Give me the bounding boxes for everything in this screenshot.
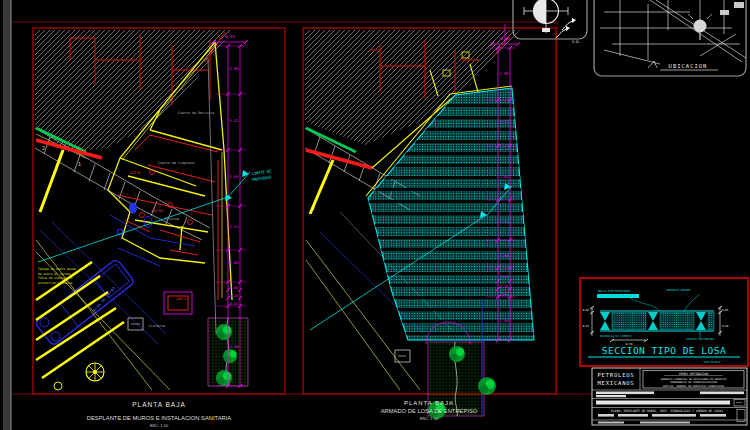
angle-label: 114°1': [176, 297, 188, 301]
location-map-box: UBICACION: [594, 0, 746, 76]
section-annotation: CONCRETO ARMADO: [666, 288, 691, 292]
room-label: Cuarto de Limpieza: [158, 161, 195, 165]
section-scale: SIN ESCALA: [704, 360, 721, 364]
manhole-symbol: [54, 363, 104, 390]
tree: [216, 370, 232, 386]
plano-title: PLANO: DESPLANTE DE MUROS, INST. HIDRAUL…: [611, 409, 723, 413]
dim-label: 1.68: [499, 253, 509, 258]
dim-label: 0.26: [500, 285, 508, 289]
angle-label: 101°51': [151, 209, 165, 213]
slab-section-box: MALLA ELECTROSOLDADA CONCRETO ARMADO 0.0…: [580, 278, 748, 366]
plan-panel-desplante: 2 1 Area de Carga: [33, 28, 285, 394]
dim-label: 2.84: [499, 174, 509, 179]
panel1-hatch-region: [35, 30, 232, 152]
dim-label: 0.26: [230, 294, 238, 298]
room-label: Cuarto de Servicio: [178, 111, 215, 115]
dim-label: 0.34: [230, 302, 238, 306]
dim-label: 0.34: [500, 293, 508, 297]
room-label: Cisterna: [149, 324, 165, 328]
org-name: MEXICANOS: [597, 380, 634, 386]
dept-line: SUPTCIA. GENERAL DE SERVICIOS COMERCIALE…: [663, 385, 725, 388]
panel2-scale: ESC. 1:50: [420, 416, 439, 421]
dim-label: 2.11: [499, 219, 509, 224]
panel2-title: PLANTA BAJA: [404, 400, 454, 406]
section-annotation: MALLA ELECTROSOLDADA: [598, 289, 631, 293]
panel1-subtitle: DESPLANTE DE MUROS E INSTALACION SANITAR…: [87, 415, 232, 421]
drawing-canvas: 2 1 Area de Carga: [0, 0, 750, 430]
limite-label: PROPIEDAD: [252, 175, 272, 182]
dim-label: 2.98: [229, 66, 239, 71]
vigueta-icon: [648, 312, 658, 330]
svg-text:fibra de vidrio con: fibra de vidrio con: [38, 276, 73, 280]
dim-label: 2.11: [229, 224, 239, 229]
street-number: 2: [312, 205, 315, 211]
property-line: [208, 58, 216, 334]
wind-arrows-icon: [556, 20, 574, 38]
dim-label: 0.43: [500, 36, 510, 41]
dim-label: 0.05: [722, 309, 729, 312]
title-block: PETROLEOS MEXICANOS PEMEX REFINACION GER…: [592, 368, 747, 425]
dim-label: 3.52: [499, 119, 508, 124]
svg-text:Tanque de doble pared: Tanque de doble pared: [38, 267, 76, 271]
panel2-subtitle: ARMADO DE LOSA DE ENTREPISO: [381, 408, 478, 414]
dim-label: 0.86: [230, 286, 238, 290]
panel-captions: PLANTA BAJA DESPLANTE DE MUROS E INSTALA…: [87, 400, 478, 428]
map-label: UBICACION: [669, 63, 708, 69]
dept-title: PEMEX REFINACION: [679, 372, 708, 376]
svg-text:proteccion catodica: proteccion catodica: [38, 281, 73, 285]
svg-text:de acero al carbon y: de acero al carbon y: [38, 272, 74, 276]
dim-label: 0.25: [583, 325, 590, 328]
dim-label: 0.05: [583, 309, 590, 312]
tree: [478, 377, 496, 395]
dim-label: 1.68: [229, 260, 239, 265]
dim-label: 0.20: [722, 325, 729, 328]
window-edge-strip: [3, 0, 11, 430]
tree: [223, 349, 237, 363]
angle-label: 173°8': [130, 171, 142, 175]
plan-panel-armado: 2 0.43 2.98 3.52 2.84 2.11 1.: [303, 24, 556, 419]
dim-label: 2.98: [499, 71, 509, 76]
tree: [449, 346, 465, 362]
dim-label: 0.43: [225, 34, 235, 39]
street-map: [600, 0, 746, 64]
room-label: Oficina: [165, 217, 179, 221]
dim-label: 0.86: [500, 275, 508, 279]
dim-label: 2.84: [229, 174, 239, 179]
tree: [216, 324, 232, 340]
vigueta-icon: [600, 312, 610, 330]
panel1-title: PLANTA BAJA: [132, 401, 186, 408]
dim-label: 2.30: [499, 318, 509, 323]
section-annotation: VIGUETA PRETENSADA: [686, 338, 715, 341]
section-title: SECCION TIPO DE LOSA: [602, 345, 726, 356]
org-name: PETROLEOS: [597, 372, 634, 378]
dim-label: 3.52: [229, 118, 238, 123]
cad-sheet: { "colors": { "background": "#000000", "…: [0, 0, 750, 430]
dim-label: 2.30: [229, 344, 239, 349]
north-box-label: V.D.: [572, 40, 581, 44]
vigueta-icon: [696, 312, 706, 330]
panel1-scale-box: [128, 318, 143, 330]
tank-note: Tanque de doble pared de acero al carbon…: [38, 267, 76, 285]
site-marker: [694, 20, 707, 33]
section-annotation: BOVEDILLA DE CEMENTO: [600, 335, 632, 338]
street-number: 1: [78, 161, 81, 167]
panel1-scale: ESC. 1:50: [150, 423, 169, 428]
street-number: 2: [42, 145, 45, 151]
